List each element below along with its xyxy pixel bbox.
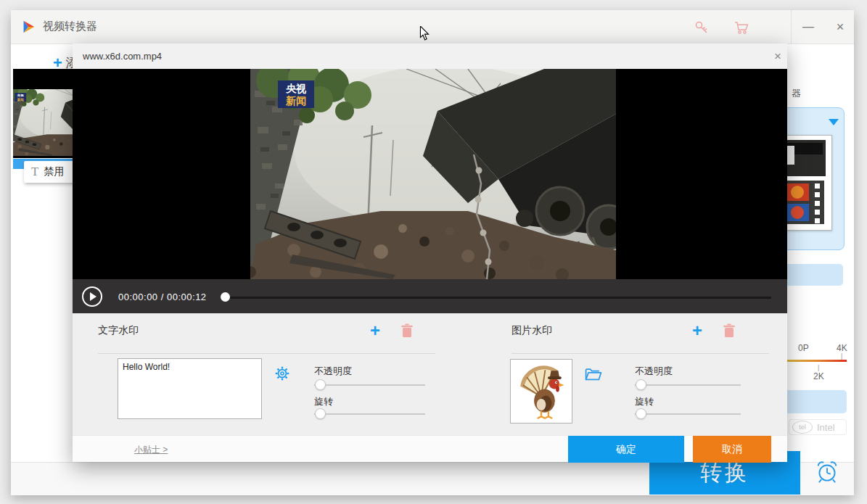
- time-display: 00:00:00 / 00:00:12: [118, 292, 207, 302]
- image-opacity-label: 不透明度: [635, 365, 673, 378]
- video-progress-track[interactable]: [223, 297, 771, 299]
- watermark-text-input[interactable]: Hello World!: [118, 358, 262, 419]
- tips-link[interactable]: 小贴士 >: [134, 444, 168, 456]
- right-panel-partial-label: 器: [792, 87, 801, 100]
- app-title: 视频转换器: [43, 20, 97, 33]
- format-dropdown-arrow-icon[interactable]: [829, 119, 839, 125]
- add-text-watermark-button[interactable]: +: [370, 322, 380, 339]
- delete-image-watermark-icon[interactable]: [723, 323, 736, 339]
- video-thumbnail-item[interactable]: [13, 69, 73, 158]
- minimize-button[interactable]: —: [796, 10, 821, 44]
- register-key-icon[interactable]: [694, 20, 709, 35]
- add-image-watermark-button[interactable]: +: [692, 322, 702, 339]
- text-tool-icon: T: [31, 165, 38, 179]
- intel-label: Intel: [817, 422, 835, 433]
- play-button[interactable]: [82, 286, 102, 307]
- dialog-title: www.x6d.com.mp4: [83, 51, 162, 62]
- ok-button[interactable]: 确定: [568, 436, 684, 463]
- resolution-label-mid: 2K: [813, 371, 824, 381]
- resolution-tick-top: |: [841, 352, 842, 360]
- text-settings-gear-icon[interactable]: [275, 366, 289, 381]
- video-frame: 央视 新闻: [250, 69, 616, 279]
- dialog-titlebar: www.x6d.com.mp4: [73, 44, 787, 69]
- app-logo-icon: [20, 19, 36, 35]
- dialog-footer: 小贴士 > 确定 取消: [73, 435, 787, 462]
- cctv-badge-line2: 新闻: [285, 95, 306, 107]
- app-titlebar: 视频转换器 — ×: [11, 10, 854, 44]
- watermark-panel: 文字水印 + Hello World! 不透明度: [73, 313, 787, 435]
- text-rotate-thumb[interactable]: [315, 408, 326, 419]
- resolution-label-min: 0P: [798, 343, 809, 353]
- cancel-button[interactable]: 取消: [693, 436, 771, 463]
- image-watermark-divider: [511, 353, 769, 354]
- image-rotate-slider[interactable]: [635, 413, 741, 415]
- image-watermark-title: 图片水印: [511, 324, 552, 337]
- resolution-slider[interactable]: [780, 360, 847, 362]
- resolution-tick-bottom: |: [818, 364, 819, 371]
- player-bar: 00:00:00 / 00:00:12: [73, 279, 787, 313]
- text-opacity-slider[interactable]: [314, 384, 425, 386]
- video-thumbnail-image: [13, 89, 73, 156]
- text-watermark-divider: [98, 353, 435, 354]
- dialog-close-button[interactable]: ×: [769, 48, 786, 65]
- text-rotate-label: 旋转: [314, 395, 333, 408]
- time-separator: /: [161, 292, 164, 302]
- window-close-button[interactable]: ×: [828, 10, 852, 44]
- delete-text-watermark-icon[interactable]: [400, 323, 414, 339]
- intel-logo-icon: tel: [792, 421, 813, 434]
- image-rotate-thumb[interactable]: [636, 408, 646, 419]
- image-opacity-slider[interactable]: [635, 384, 741, 386]
- total-time: 00:00:12: [167, 292, 207, 302]
- video-preview-area: 央视 新闻: [73, 69, 787, 279]
- mouse-cursor: [419, 26, 430, 41]
- titlebar-divider: [791, 10, 792, 44]
- text-opacity-thumb[interactable]: [315, 379, 326, 390]
- image-opacity-thumb[interactable]: [636, 379, 646, 390]
- image-rotate-label: 旋转: [635, 395, 654, 408]
- text-opacity-label: 不透明度: [314, 365, 352, 378]
- current-time: 00:00:00: [118, 292, 158, 302]
- turkey-image: [515, 363, 567, 420]
- watermark-dialog: www.x6d.com.mp4 ×: [73, 44, 787, 462]
- cart-icon[interactable]: [734, 20, 749, 35]
- text-rotate-slider[interactable]: [314, 413, 425, 415]
- text-watermark-title: 文字水印: [98, 324, 139, 337]
- video-progress-thumb[interactable]: [221, 292, 230, 302]
- intel-acceleration-badge: tel Intel: [789, 419, 847, 435]
- watermark-image-box[interactable]: [510, 359, 572, 424]
- cctv-badge-line1: 央视: [285, 83, 307, 94]
- schedule-alarm-icon[interactable]: [814, 459, 840, 485]
- tooltip-label: 禁用: [44, 165, 64, 178]
- browse-image-folder-icon[interactable]: [584, 367, 603, 382]
- resolution-label-max: 4K: [837, 343, 847, 353]
